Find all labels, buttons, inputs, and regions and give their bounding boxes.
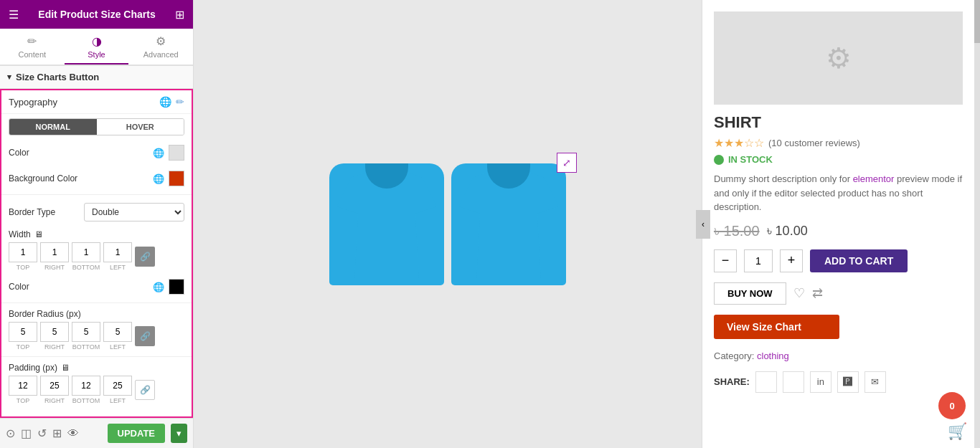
price-row: ৳ 15.00 ৳ 10.00: [714, 223, 963, 239]
buy-now-button[interactable]: BUY NOW: [714, 282, 786, 305]
border-top-input[interactable]: [9, 242, 37, 262]
toolbar-history-icon[interactable]: ↺: [37, 426, 47, 440]
grid-icon[interactable]: ⊞: [175, 8, 184, 22]
share-twitter-button[interactable]: [783, 371, 804, 393]
radius-right-input[interactable]: [40, 322, 69, 342]
color-field-row: Color 🌐: [1, 140, 192, 166]
padding-top-input[interactable]: [9, 376, 37, 396]
color-globe-icon[interactable]: 🌐: [153, 148, 164, 158]
border-type-label: Border Type: [9, 207, 55, 217]
expand-button[interactable]: ⤢: [557, 153, 577, 173]
radius-left-input[interactable]: [103, 322, 132, 342]
preview-area: ⤢ ‹: [194, 0, 702, 448]
toolbar-pages-icon[interactable]: ◫: [21, 426, 32, 440]
border-bottom-label: BOTTOM: [72, 264, 100, 271]
update-dropdown-button[interactable]: ▾: [171, 424, 187, 443]
bg-color-swatch[interactable]: [169, 171, 184, 186]
tab-advanced[interactable]: ⚙ Advanced: [128, 29, 193, 65]
share-pinterest-button[interactable]: 🅿: [837, 371, 859, 393]
padding-link-btn[interactable]: 🔗: [135, 380, 155, 400]
border-top-wrap: TOP: [9, 242, 37, 271]
typography-pencil-icon[interactable]: ✏: [176, 96, 184, 108]
share-email-button[interactable]: ✉: [864, 371, 886, 393]
tab-advanced-label: Advanced: [143, 50, 179, 59]
border-radius-inputs: TOP RIGHT BOTTOM LEFT 🔗: [9, 322, 184, 351]
cart-icon[interactable]: 🛒: [948, 422, 967, 441]
scrollbar[interactable]: [974, 0, 980, 448]
wishlist-icon[interactable]: ♡: [793, 285, 805, 301]
panel-content: Typography 🌐 ✏ NORMAL HOVER Color 🌐 Back…: [0, 89, 193, 418]
radius-right-wrap: RIGHT: [40, 322, 69, 351]
quantity-decrease-button[interactable]: −: [714, 249, 737, 272]
radius-left-wrap: LEFT: [103, 322, 132, 351]
bottom-toolbar: ⊙ ◫ ↺ ⊞ 👁 UPDATE ▾: [0, 418, 193, 448]
border-left-input[interactable]: [103, 242, 132, 262]
share-facebook-button[interactable]: [755, 371, 777, 393]
cart-badge[interactable]: 0: [938, 392, 966, 419]
bg-color-globe-icon[interactable]: 🌐: [153, 173, 164, 184]
normal-button[interactable]: NORMAL: [9, 119, 97, 135]
scrollbar-thumb[interactable]: [974, 0, 980, 43]
typography-globe-icon[interactable]: 🌐: [159, 96, 171, 108]
tab-style[interactable]: ◑ Style: [65, 29, 129, 65]
product-description: Dummy short description only for element…: [714, 172, 963, 214]
product-reviews: (10 customer reviews): [768, 138, 860, 148]
padding-top-wrap: TOP: [9, 376, 37, 404]
view-size-chart-button[interactable]: View Size Chart: [714, 315, 839, 339]
category-row: Category: clothing: [714, 351, 963, 361]
share-label: SHARE:: [714, 376, 750, 387]
image-placeholder-icon: ⚙: [826, 42, 852, 75]
radius-top-input[interactable]: [9, 322, 37, 342]
radius-top-label: TOP: [17, 343, 29, 351]
padding-section: Padding (px) 🖥 TOP RIGHT BOTTOM: [1, 360, 192, 407]
radius-bottom-label: BOTTOM: [72, 343, 100, 351]
padding-bottom-input[interactable]: [72, 376, 100, 396]
border-right-input[interactable]: [40, 242, 69, 262]
radius-link-btn[interactable]: 🔗: [135, 326, 155, 346]
border-color-row: Color 🌐: [1, 274, 192, 300]
padding-inputs: TOP RIGHT BOTTOM LEFT 🔗: [9, 376, 184, 404]
rating-row: ★★★☆☆ (10 customer reviews): [714, 136, 963, 150]
toolbar-responsive-icon[interactable]: ⊞: [52, 426, 62, 440]
padding-top-label: TOP: [17, 397, 29, 404]
share-row: SHARE: in 🅿 ✉: [714, 371, 963, 393]
border-bottom-wrap: BOTTOM: [72, 242, 100, 271]
padding-right-input[interactable]: [40, 376, 69, 396]
toolbar-layers-icon[interactable]: ⊙: [6, 426, 15, 440]
typography-icons: 🌐 ✏: [159, 96, 184, 108]
product-preview-container: ⤢: [315, 149, 580, 300]
padding-left-input[interactable]: [103, 376, 132, 396]
padding-bottom-wrap: BOTTOM: [72, 376, 100, 404]
update-button[interactable]: UPDATE: [108, 424, 165, 443]
border-right-label: RIGHT: [44, 264, 65, 271]
style-icon: ◑: [92, 34, 102, 48]
category-link[interactable]: clothing: [757, 351, 789, 361]
padding-left-wrap: LEFT: [103, 376, 132, 404]
divider-3: [1, 356, 192, 357]
border-bottom-input[interactable]: [72, 242, 100, 262]
border-color-globe-icon[interactable]: 🌐: [153, 282, 164, 292]
elementor-link[interactable]: elementor: [853, 173, 895, 184]
share-linkedin-button[interactable]: in: [810, 371, 831, 393]
bg-color-label: Background Color: [9, 173, 77, 184]
border-type-row: Border Type None Solid Double Dotted Das…: [1, 198, 192, 227]
quantity-input[interactable]: [744, 249, 773, 272]
collapse-panel-button[interactable]: ‹: [696, 210, 710, 239]
border-type-select[interactable]: None Solid Double Dotted Dashed Groove: [84, 203, 184, 221]
hamburger-icon[interactable]: ☰: [9, 8, 19, 22]
border-top-label: TOP: [17, 264, 29, 271]
tab-content[interactable]: ✏ Content: [0, 29, 65, 65]
section-header[interactable]: ▾ Size Charts Button: [0, 66, 193, 89]
color-label: Color: [9, 148, 29, 158]
color-swatch[interactable]: [169, 145, 184, 161]
quantity-increase-button[interactable]: +: [780, 249, 803, 272]
border-width-link-btn[interactable]: 🔗: [135, 247, 155, 267]
toolbar-preview-icon[interactable]: 👁: [67, 427, 79, 440]
radius-bottom-input[interactable]: [72, 322, 100, 342]
border-color-swatch[interactable]: [169, 279, 184, 295]
radius-right-label: RIGHT: [44, 343, 65, 351]
main-content: ⤢ ‹ ⚙ SHIRT ★★★☆☆ (10 customer reviews) …: [194, 0, 980, 448]
add-to-cart-button[interactable]: ADD TO CART: [810, 249, 908, 272]
compare-icon[interactable]: ⇄: [812, 285, 823, 301]
hover-button[interactable]: HOVER: [97, 119, 184, 135]
